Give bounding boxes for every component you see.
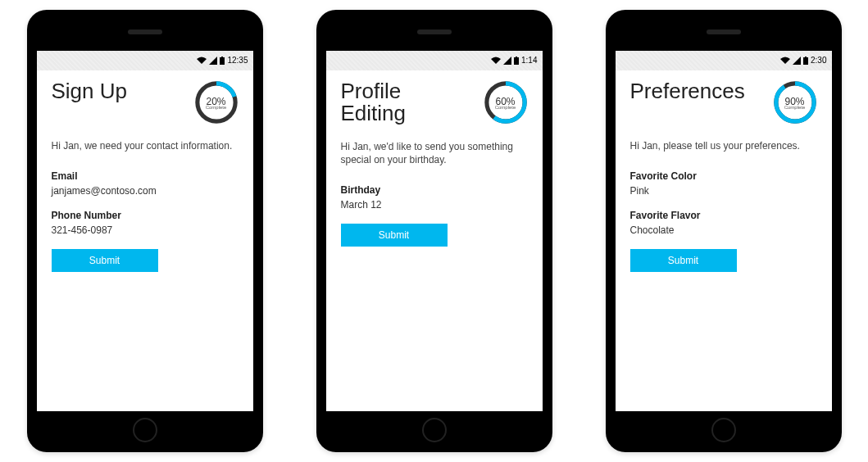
intro-text: Hi Jan, we'd like to send you something …	[341, 140, 528, 166]
progress-indicator: 90% Complete	[773, 80, 817, 125]
field-value[interactable]: Pink	[630, 185, 817, 197]
wifi-icon	[197, 57, 207, 65]
svg-rect-9	[805, 57, 807, 57]
intro-text: Hi Jan, please tell us your preferences.	[630, 139, 817, 152]
field-value[interactable]: March 12	[341, 199, 528, 211]
wifi-icon	[780, 57, 790, 65]
progress-sublabel: Complete	[206, 105, 227, 110]
field-label: Email	[52, 170, 239, 182]
progress-indicator: 20% Complete	[194, 80, 239, 125]
phone-speaker	[417, 29, 452, 34]
phone-frame: 1:14 Profile Editing 60% Complete Hi Jan…	[316, 10, 552, 452]
status-bar: 2:30	[616, 51, 832, 70]
header-row: Profile Editing 60% Complete	[341, 80, 528, 125]
submit-button[interactable]: Submit	[52, 249, 158, 272]
svg-rect-0	[220, 57, 225, 65]
page-title: Preferences	[630, 80, 745, 102]
field-phone: Phone Number 321-456-0987	[52, 210, 239, 236]
status-bar: 1:14	[326, 51, 543, 70]
field-flavor: Favorite Flavor Chocolate	[630, 210, 817, 236]
home-button[interactable]	[422, 418, 447, 442]
phone-screen: 1:14 Profile Editing 60% Complete Hi Jan…	[326, 51, 543, 411]
content-area: Sign Up 20% Complete Hi Jan, we need you…	[37, 70, 253, 411]
home-button[interactable]	[133, 418, 157, 442]
field-label: Phone Number	[52, 210, 239, 221]
field-value[interactable]: Chocolate	[630, 224, 817, 236]
phone-screen: 12:35 Sign Up 20% Complete Hi Jan, we ne…	[37, 51, 253, 411]
battery-icon	[514, 57, 519, 65]
status-bar: 12:35	[37, 51, 253, 70]
battery-icon	[803, 57, 808, 65]
content-area: Profile Editing 60% Complete Hi Jan, we'…	[326, 70, 543, 411]
field-label: Favorite Color	[630, 170, 817, 182]
page-title: Sign Up	[52, 80, 128, 102]
svg-rect-8	[803, 57, 808, 65]
progress-indicator: 60% Complete	[484, 80, 528, 125]
cell-signal-icon	[209, 57, 217, 65]
svg-rect-5	[516, 57, 517, 57]
field-birthday: Birthday March 12	[341, 184, 528, 211]
phone-speaker	[707, 29, 741, 34]
header-row: Sign Up 20% Complete	[52, 80, 239, 125]
progress-sublabel: Complete	[495, 105, 516, 110]
content-area: Preferences 90% Complete Hi Jan, please …	[616, 70, 832, 411]
submit-button[interactable]: Submit	[341, 224, 448, 247]
svg-rect-4	[514, 57, 519, 65]
status-time: 2:30	[811, 57, 826, 65]
status-time: 1:14	[521, 57, 537, 65]
phone-frame: 12:35 Sign Up 20% Complete Hi Jan, we ne…	[27, 10, 263, 452]
intro-text: Hi Jan, we need your contact information…	[52, 139, 239, 152]
status-time: 12:35	[227, 57, 248, 65]
submit-button[interactable]: Submit	[630, 249, 737, 272]
field-label: Birthday	[341, 184, 528, 196]
phone-screen: 2:30 Preferences 90% Complete Hi Jan, pl…	[616, 51, 832, 411]
phone-speaker	[128, 29, 162, 34]
field-email: Email janjames@contoso.com	[52, 170, 239, 197]
svg-rect-1	[221, 57, 223, 57]
field-value[interactable]: 321-456-0987	[52, 224, 239, 236]
cell-signal-icon	[503, 57, 511, 65]
page-title: Profile Editing	[341, 80, 464, 125]
battery-icon	[220, 57, 225, 65]
phone-frame: 2:30 Preferences 90% Complete Hi Jan, pl…	[606, 10, 842, 452]
home-button[interactable]	[711, 418, 736, 442]
progress-sublabel: Complete	[784, 105, 806, 110]
cell-signal-icon	[793, 57, 801, 65]
wifi-icon	[491, 57, 501, 65]
field-label: Favorite Flavor	[630, 210, 817, 221]
header-row: Preferences 90% Complete	[630, 80, 817, 125]
field-color: Favorite Color Pink	[630, 170, 817, 197]
field-value[interactable]: janjames@contoso.com	[52, 185, 239, 197]
